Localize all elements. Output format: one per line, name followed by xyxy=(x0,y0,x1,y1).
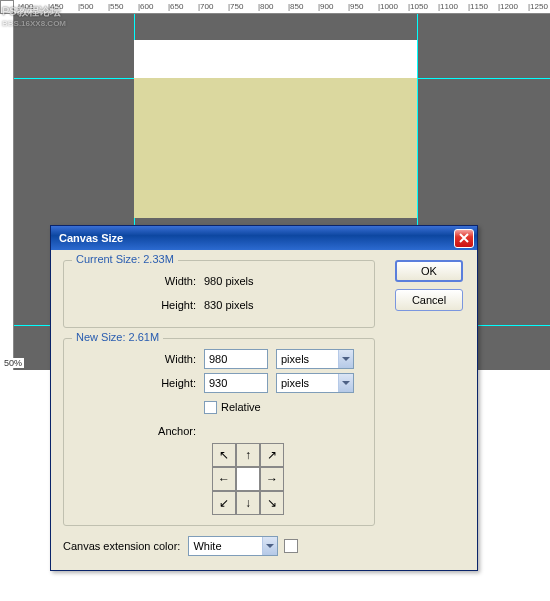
anchor-label: Anchor: xyxy=(74,425,204,437)
height-unit-value: pixels xyxy=(281,377,309,389)
current-width-value: 980 pixels xyxy=(204,275,254,287)
ruler-tick: |1100 xyxy=(438,2,458,11)
current-height-label: Height: xyxy=(74,299,204,311)
ruler-horizontal[interactable]: |400 |450 |500 |550 |600 |650 |700 |750 … xyxy=(14,0,550,14)
width-unit-select[interactable]: pixels xyxy=(276,349,354,369)
close-icon xyxy=(459,233,469,243)
arrow-sw-icon: ↙ xyxy=(219,497,229,509)
ruler-tick: |600 xyxy=(138,2,153,11)
new-width-label: Width: xyxy=(74,353,204,365)
new-size-legend: New Size: 2.61M xyxy=(72,331,163,343)
dialog-titlebar[interactable]: Canvas Size xyxy=(51,226,477,250)
zoom-indicator[interactable]: 50% xyxy=(2,358,24,368)
new-size-group: New Size: 2.61M Width: pixels Height: pi… xyxy=(63,338,375,526)
canvas-size-dialog: Canvas Size OK Cancel Current Size: 2.33… xyxy=(50,225,478,571)
extension-color-value: White xyxy=(193,540,221,552)
extension-color-label: Canvas extension color: xyxy=(63,540,188,552)
ok-button[interactable]: OK xyxy=(395,260,463,282)
ruler-vertical[interactable] xyxy=(0,14,14,370)
anchor-e[interactable]: → xyxy=(260,467,284,491)
anchor-nw[interactable]: ↖ xyxy=(212,443,236,467)
height-input[interactable] xyxy=(204,373,268,393)
ruler-tick: |650 xyxy=(168,2,183,11)
ruler-tick: |1000 xyxy=(378,2,398,11)
anchor-grid: ↖ ↑ ↗ ← → ↙ ↓ ↘ xyxy=(212,443,364,515)
ruler-tick: |850 xyxy=(288,2,303,11)
extension-color-select[interactable]: White xyxy=(188,536,278,556)
chevron-down-icon xyxy=(262,537,277,555)
anchor-center[interactable] xyxy=(236,467,260,491)
watermark-url: BBS.16XX8.COM xyxy=(2,19,66,28)
watermark-text: PS教程论坛 xyxy=(2,4,66,19)
ruler-tick: |900 xyxy=(318,2,333,11)
arrow-e-icon: → xyxy=(266,473,278,485)
height-unit-select[interactable]: pixels xyxy=(276,373,354,393)
chevron-down-icon xyxy=(338,350,353,368)
canvas-content[interactable] xyxy=(134,78,417,218)
arrow-se-icon: ↘ xyxy=(267,497,277,509)
ruler-tick: |700 xyxy=(198,2,213,11)
ruler-tick: |1200 xyxy=(498,2,518,11)
ruler-tick: |750 xyxy=(228,2,243,11)
anchor-ne[interactable]: ↗ xyxy=(260,443,284,467)
ruler-tick: |1250 xyxy=(528,2,548,11)
arrow-w-icon: ← xyxy=(218,473,230,485)
arrow-ne-icon: ↗ xyxy=(267,449,277,461)
arrow-s-icon: ↓ xyxy=(245,497,251,509)
dialog-title: Canvas Size xyxy=(59,232,454,244)
ruler-tick: |1150 xyxy=(468,2,488,11)
ruler-tick: |1050 xyxy=(408,2,428,11)
relative-label: Relative xyxy=(217,401,261,413)
current-width-label: Width: xyxy=(74,275,204,287)
close-button[interactable] xyxy=(454,229,474,248)
anchor-w[interactable]: ← xyxy=(212,467,236,491)
relative-checkbox[interactable] xyxy=(204,401,217,414)
anchor-se[interactable]: ↘ xyxy=(260,491,284,515)
new-height-label: Height: xyxy=(74,377,204,389)
current-size-legend: Current Size: 2.33M xyxy=(72,253,178,265)
anchor-n[interactable]: ↑ xyxy=(236,443,260,467)
ruler-tick: |500 xyxy=(78,2,93,11)
ruler-tick: |550 xyxy=(108,2,123,11)
ruler-tick: |950 xyxy=(348,2,363,11)
anchor-sw[interactable]: ↙ xyxy=(212,491,236,515)
width-unit-value: pixels xyxy=(281,353,309,365)
current-size-group: Current Size: 2.33M Width: 980 pixels He… xyxy=(63,260,375,328)
watermark: PS教程论坛 BBS.16XX8.COM xyxy=(0,2,68,30)
anchor-s[interactable]: ↓ xyxy=(236,491,260,515)
chevron-down-icon xyxy=(338,374,353,392)
cancel-button[interactable]: Cancel xyxy=(395,289,463,311)
ruler-tick: |800 xyxy=(258,2,273,11)
current-height-value: 830 pixels xyxy=(204,299,254,311)
arrow-n-icon: ↑ xyxy=(245,449,251,461)
width-input[interactable] xyxy=(204,349,268,369)
extension-color-swatch[interactable] xyxy=(284,539,298,553)
arrow-nw-icon: ↖ xyxy=(219,449,229,461)
